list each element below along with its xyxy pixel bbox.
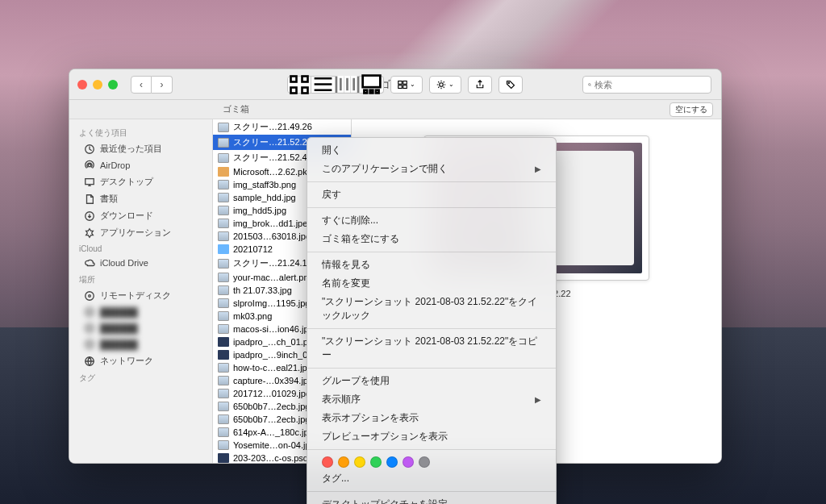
gallery-view-button[interactable] — [360, 76, 384, 94]
submenu-arrow-icon: ▶ — [535, 395, 541, 404]
group-button[interactable]: ⌄ — [390, 76, 423, 94]
tag-color[interactable] — [338, 456, 349, 468]
sidebar-item[interactable]: ネットワーク — [69, 352, 212, 369]
sidebar-heading: タグ — [69, 369, 212, 385]
tag-color[interactable] — [354, 456, 365, 468]
menu-item[interactable]: ゴミ箱を空にする — [307, 230, 556, 248]
image-icon — [218, 285, 229, 295]
svg-point-28 — [86, 308, 94, 317]
svg-rect-8 — [345, 77, 349, 91]
image-icon — [218, 402, 229, 411]
image-icon — [218, 376, 229, 385]
tag-color-row — [307, 453, 556, 469]
minimize-button[interactable] — [93, 80, 102, 90]
svg-rect-0 — [291, 76, 297, 81]
menu-item[interactable]: 表示順序▶ — [307, 390, 556, 409]
svg-rect-11 — [364, 90, 367, 94]
file-item[interactable]: スクリー…21.49.26 — [213, 119, 351, 135]
menu-item[interactable]: デスクトップピクチャを設定 — [307, 495, 556, 504]
action-button[interactable]: ⌄ — [429, 76, 461, 94]
tag-color[interactable] — [322, 456, 333, 468]
svg-point-20 — [589, 83, 591, 85]
sidebar-item[interactable]: AirDrop — [69, 157, 212, 173]
empty-trash-button[interactable]: 空にする — [670, 102, 713, 117]
image-icon — [218, 414, 229, 424]
menu-item[interactable]: すぐに削除... — [307, 211, 556, 230]
sidebar-item[interactable]: ██████ — [69, 336, 212, 352]
image-icon — [218, 298, 229, 308]
sidebar-item[interactable]: ダウンロード — [69, 207, 212, 224]
tag-color[interactable] — [386, 456, 398, 468]
tag-color[interactable] — [419, 456, 430, 468]
menu-item[interactable]: 情報を見る — [307, 256, 556, 274]
search-input[interactable] — [594, 80, 706, 90]
menu-item[interactable]: このアプリケーションで開く▶ — [307, 160, 556, 178]
column-view-button[interactable] — [336, 76, 360, 94]
search-field[interactable] — [582, 76, 711, 94]
image-icon — [218, 219, 229, 228]
psd-icon — [218, 350, 229, 360]
traffic-lights — [77, 80, 118, 90]
image-icon — [218, 138, 229, 148]
titlebar: ‹ › ゴミ箱 ⌄ ⌄ — [69, 69, 721, 100]
svg-rect-9 — [352, 77, 356, 91]
svg-rect-1 — [302, 76, 308, 81]
menu-item[interactable]: プレビューオプションを表示 — [307, 427, 556, 446]
menu-item[interactable]: 名前を変更 — [307, 274, 556, 293]
svg-rect-14 — [398, 81, 403, 84]
tags-button[interactable] — [499, 76, 523, 94]
sidebar-item[interactable]: デスクトップ — [69, 173, 212, 190]
sidebar-item[interactable]: リモートディスク — [69, 287, 212, 304]
svg-rect-7 — [339, 77, 343, 91]
path-bar: ゴミ箱 空にする — [69, 100, 721, 119]
sidebar-heading: よく使う項目 — [69, 124, 212, 140]
image-icon — [218, 206, 229, 215]
svg-point-19 — [508, 82, 510, 84]
svg-point-23 — [88, 164, 91, 167]
sidebar: よく使う項目最近使った項目AirDropデスクトップ書類ダウンロードアプリケーシ… — [69, 119, 213, 463]
menu-item[interactable]: 表示オプションを表示 — [307, 409, 556, 427]
menu-item[interactable]: タグ... — [307, 469, 556, 488]
sidebar-item[interactable]: 書類 — [69, 190, 212, 207]
image-icon — [218, 440, 229, 450]
svg-point-18 — [440, 82, 444, 86]
forward-button[interactable]: › — [152, 76, 173, 94]
tag-color[interactable] — [403, 456, 414, 468]
sidebar-item[interactable]: iCloud Drive — [69, 255, 212, 271]
list-view-button[interactable] — [311, 76, 336, 94]
maximize-button[interactable] — [108, 80, 118, 90]
menu-item[interactable]: 開く — [307, 141, 556, 160]
close-button[interactable] — [77, 80, 87, 90]
svg-point-32 — [86, 340, 94, 349]
sidebar-item[interactable]: ██████ — [69, 304, 212, 320]
sidebar-item[interactable]: ██████ — [69, 320, 212, 336]
folder-icon — [218, 244, 229, 254]
svg-rect-17 — [403, 85, 407, 88]
image-icon — [218, 153, 229, 163]
image-icon — [218, 389, 229, 398]
menu-item[interactable]: "スクリーンショット 2021-08-03 21.52.22"をコピー — [307, 332, 556, 364]
image-icon — [218, 273, 229, 282]
menu-item[interactable]: "スクリーンショット 2021-08-03 21.52.22"をクイックルック — [307, 293, 556, 325]
sidebar-heading: iCloud — [69, 241, 212, 255]
menu-separator — [307, 449, 556, 450]
share-button[interactable] — [468, 76, 492, 94]
svg-rect-15 — [403, 81, 407, 84]
svg-point-26 — [86, 291, 94, 300]
svg-point-30 — [86, 324, 94, 333]
svg-rect-2 — [291, 87, 297, 93]
sidebar-item[interactable]: 最近使った項目 — [69, 140, 212, 157]
menu-item[interactable]: グループを使用 — [307, 372, 556, 390]
nav-buttons: ‹ › — [131, 76, 173, 94]
menu-item[interactable]: 戻す — [307, 185, 556, 204]
search-icon — [588, 80, 591, 90]
sidebar-heading: 場所 — [69, 271, 212, 287]
menu-separator — [307, 181, 556, 182]
tag-color[interactable] — [370, 456, 382, 468]
icon-view-button[interactable] — [287, 76, 311, 94]
svg-rect-24 — [86, 178, 94, 184]
back-button[interactable]: ‹ — [131, 76, 152, 94]
image-icon — [218, 193, 229, 202]
menu-separator — [307, 491, 556, 492]
sidebar-item[interactable]: アプリケーション — [69, 224, 212, 241]
